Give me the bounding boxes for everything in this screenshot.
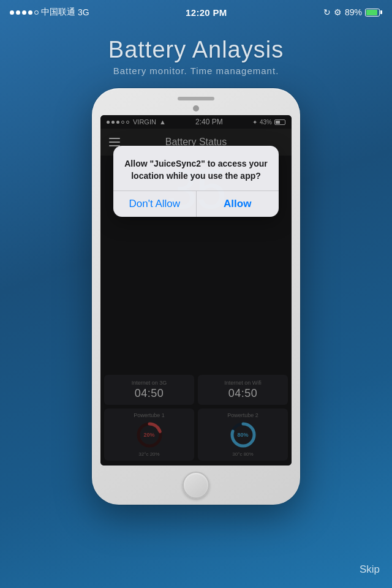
battery-icon: [365, 9, 382, 17]
bluetooth-icon: ⚙: [334, 7, 342, 17]
app-title-area: Battery Anlaysis Battery monitor. Time m…: [0, 24, 392, 82]
dont-allow-button[interactable]: Don't Allow: [113, 191, 196, 217]
dot5: [34, 10, 39, 15]
status-left: 中国联通 3G: [10, 7, 89, 18]
phone-speaker: [178, 97, 214, 100]
dot3: [22, 10, 26, 15]
alert-message: Allow "JuiceSync2" to access your locati…: [124, 158, 268, 182]
app-subtitle: Battery monitor. Time managemant.: [0, 66, 392, 76]
alert-box: Allow "JuiceSync2" to access your locati…: [113, 146, 279, 217]
dot2: [16, 10, 20, 15]
alert-overlay: Allow "JuiceSync2" to access your locati…: [100, 115, 292, 466]
status-bar: 中国联通 3G 12:20 PM ↻ ⚙ 89%: [0, 0, 392, 24]
alert-buttons: Don't Allow Allow: [113, 190, 279, 217]
phone-frame: VIRGIN ▲ 2:40 PM ✦ 43%: [92, 88, 300, 505]
phone-home-button[interactable]: [183, 472, 209, 499]
dot1: [10, 10, 14, 15]
signal-dots: [10, 10, 39, 15]
status-time: 12:20 PM: [186, 7, 227, 18]
battery-percentage: 89%: [345, 7, 362, 17]
allow-button[interactable]: Allow: [196, 191, 279, 217]
phone-frame-container: VIRGIN ▲ 2:40 PM ✦ 43%: [0, 88, 392, 505]
dot4: [28, 10, 32, 15]
network-label: 3G: [78, 7, 89, 17]
refresh-icon: ↻: [323, 7, 331, 17]
phone-camera: [193, 105, 199, 111]
carrier-label: 中国联通: [41, 7, 75, 18]
skip-button[interactable]: Skip: [360, 564, 380, 576]
alert-body: Allow "JuiceSync2" to access your locati…: [113, 146, 279, 190]
phone-screen: VIRGIN ▲ 2:40 PM ✦ 43%: [100, 115, 292, 466]
status-right: ↻ ⚙ 89%: [323, 7, 382, 17]
app-title: Battery Anlaysis: [0, 37, 392, 63]
